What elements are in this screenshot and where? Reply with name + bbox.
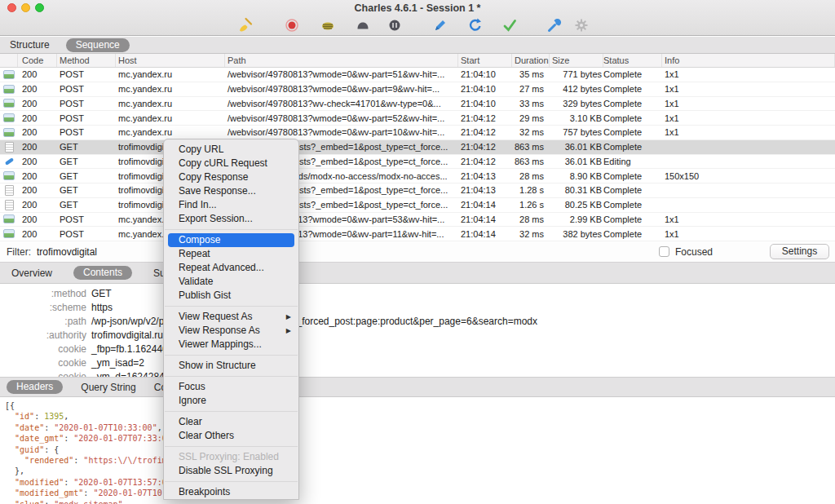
settings-icon[interactable] [573,17,590,33]
request-header-row: :path/wp-json/wp/v2/posts?_embed=1&post_… [0,315,835,329]
cell-info: 1x1 [662,126,835,139]
header-value: _ym_isad=2 [91,356,144,370]
pause-icon[interactable] [387,17,403,33]
compose-icon[interactable] [432,17,448,33]
throttle-icon[interactable] [320,17,336,33]
tab-overview[interactable]: Overview [11,267,52,279]
menu-item-copy-curl-request[interactable]: Copy cURL Request [164,157,298,170]
tab-query-string[interactable]: Query String [81,382,135,393]
column-header-host[interactable]: Host [116,54,225,67]
table-row[interactable]: 200POSTmc.yandex.ru/webvisor/49780813?wm… [0,111,835,126]
image-icon [3,99,15,108]
cell-status: Complete [603,68,662,82]
table-row[interactable]: 200POSTmc.yandex.ru/webvisor/49780813?wm… [0,227,835,241]
menu-item-disable-ssl-proxying[interactable]: Disable SSL Proxying [164,464,298,478]
menu-item-ignore[interactable]: Ignore [164,394,298,408]
menu-item-clear[interactable]: Clear [164,415,298,429]
table-row[interactable]: 200POSTmc.yandex.ru/webvisor/49780813?wm… [0,68,835,82]
menu-item-compose[interactable]: Compose [168,233,294,247]
cell-code: 200 [18,111,57,125]
json-line: [{ [5,400,835,411]
cell-start: 21:04:12 [458,126,512,139]
column-header-info[interactable]: Info [662,54,835,67]
header-key: cookie [0,343,91,356]
cell-duration: 35 ms [512,68,550,82]
cell-duration: 863 ms [512,155,550,169]
validate-icon[interactable] [501,17,518,33]
json-line: "slug": "modx-sitemap", [5,499,835,504]
menu-item-viewer-mappings[interactable]: Viewer Mappings... [164,338,298,351]
table-row[interactable]: 200GETtrofimovdigital.ru/wp-json/wp/v2/p… [0,183,835,198]
table-row[interactable]: 200POSTmc.yandex.ru/webvisor/49780813?wm… [0,126,835,140]
menu-item-copy-url[interactable]: Copy URL [164,143,298,157]
cell-duration: 1.28 s [512,183,550,197]
json-doc-icon [5,185,14,196]
menu-item-save-response[interactable]: Save Response... [164,184,298,198]
menu-item-repeat[interactable]: Repeat [164,247,298,261]
menu-item-ssl-proxying-enabled: SSL Proxying: Enabled [164,450,298,464]
menu-item-publish-gist[interactable]: Publish Gist [164,289,298,303]
tab-contents[interactable]: Contents [73,266,132,280]
column-header-code[interactable]: Code [18,54,57,67]
cell-size: 757 bytes [550,126,603,139]
cell-status: Complete [603,169,662,183]
record-icon[interactable] [284,17,300,33]
menu-item-copy-response[interactable]: Copy Response [164,170,298,184]
image-icon [3,70,15,79]
window-title: Charles 4.6.1 - Session 1 * [0,2,835,14]
row-icon-cell [0,183,18,197]
table-row[interactable]: 200GETtrofimovdigital.ru/wp-json/wp/v2/p… [0,155,835,170]
filter-input[interactable] [37,246,591,258]
table-row[interactable]: 200GETtrofimovdigital.ru/wp-content/uplo… [0,169,835,183]
menu-item-repeat-advanced[interactable]: Repeat Advanced... [164,261,298,275]
table-row[interactable]: 200GETtrofimovdigital.ru/wp-json/wp/v2/p… [0,198,835,213]
table-row[interactable]: 200POSTmc.yandex.ru/webvisor/49780813?wm… [0,213,835,228]
menu-item-show-in-structure[interactable]: Show in Structure [164,359,298,373]
header-key: :authority [0,329,91,343]
menu-item-find-in[interactable]: Find In... [164,198,298,212]
edit-pencil-icon [4,157,13,166]
cell-duration: 28 ms [512,213,550,227]
cell-path: /webvisor/49780813?wv-check=41701&wv-typ… [225,97,458,111]
clear-broom-icon[interactable] [236,17,253,33]
table-row[interactable]: 200POSTmc.yandex.ru/webvisor/49780813?wv… [0,97,835,112]
cell-code: 200 [18,227,57,241]
settings-button[interactable]: Settings [770,244,829,259]
cell-host: mc.yandex.ru [116,97,225,111]
menu-item-focus[interactable]: Focus [164,380,298,394]
image-icon [3,171,15,180]
breakpoints-icon[interactable] [355,17,371,33]
tab-headers[interactable]: Headers [7,380,63,394]
cell-start: 21:04:14 [458,198,512,212]
cell-duration: 27 ms [512,82,550,96]
column-header-status[interactable]: Status [603,54,662,67]
table-row[interactable]: 200GETtrofimovdigital.ru/wp-json/wp/v2/p… [0,140,835,155]
menu-item-breakpoints[interactable]: Breakpoints [164,485,298,499]
tab-structure[interactable]: Structure [10,39,50,51]
menu-item-export-session[interactable]: Export Session... [164,212,298,226]
cell-size: 36.01 KB [550,140,603,154]
menu-item-clear-others[interactable]: Clear Others [164,429,298,443]
table-row[interactable]: 200POSTmc.yandex.ru/webvisor/49780813?wm… [0,82,835,97]
column-header-duration[interactable]: Duration [512,54,550,67]
menu-item-view-response-as[interactable]: View Response As▶ [164,324,298,338]
column-header-path[interactable]: Path [225,54,458,67]
cell-start: 21:04:10 [458,82,512,96]
column-header-start[interactable]: Start [458,54,512,67]
json-doc-icon [5,142,14,153]
cell-duration: 1.26 s [512,198,550,212]
cell-method: GET [57,183,116,197]
column-header-method[interactable]: Method [57,54,116,67]
repeat-icon[interactable] [467,17,484,33]
cell-info: 1x1 [662,111,835,125]
menu-item-view-request-as[interactable]: View Request As▶ [164,310,298,324]
focused-checkbox[interactable] [659,246,669,257]
column-header-size[interactable]: Size [550,54,603,67]
cell-code: 200 [18,169,57,183]
menu-separator [165,376,298,377]
header-key: cookie [0,356,91,370]
tools-icon[interactable] [546,17,563,33]
menu-item-validate[interactable]: Validate [164,275,298,289]
cell-size: 412 bytes [550,82,603,96]
tab-sequence[interactable]: Sequence [66,38,130,52]
